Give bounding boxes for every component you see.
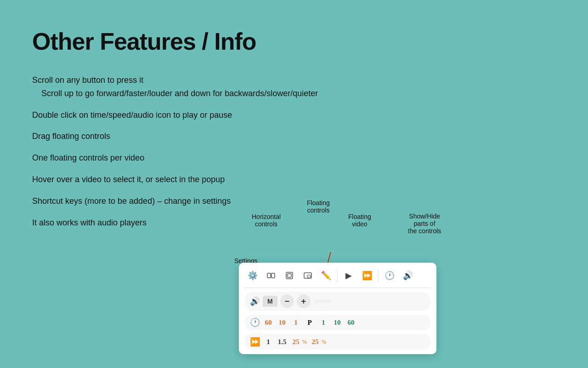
para-hover: Hover over a video to select it, or sele…	[32, 173, 556, 186]
svg-rect-10	[307, 275, 311, 277]
time-val-6: 10	[332, 319, 343, 327]
time-val-7: 60	[345, 319, 356, 327]
time-row-icon: 🕐	[250, 317, 260, 328]
percent-badge-2: %	[322, 339, 326, 345]
speed-val-4: 25	[310, 338, 321, 346]
label-horizontal-controls: Horizontalcontrols	[252, 213, 281, 228]
svg-rect-8	[288, 274, 291, 277]
para-double-click: Double click on time/speed/audio icon to…	[32, 109, 556, 122]
label-show-hide: Show/Hideparts ofthe controls	[408, 213, 441, 235]
time-val-5: 1	[318, 319, 329, 327]
time-val-p: P	[304, 319, 315, 327]
page-title: Other Features / Info	[0, 0, 588, 69]
svg-rect-5	[267, 273, 271, 278]
speed-val-2: 1.5	[277, 338, 288, 346]
time-val-3: 1	[290, 319, 301, 327]
para-audio: It also works with audio players	[32, 216, 556, 230]
floating-video-icon-btn[interactable]	[300, 267, 316, 284]
play-icon-btn[interactable]: ▶	[340, 267, 357, 284]
svg-rect-6	[271, 273, 275, 278]
icon-divider-2	[378, 269, 379, 282]
svg-rect-7	[286, 272, 293, 279]
percent-badge-1: %	[302, 339, 307, 345]
content-area: Scroll on any button to press it Scroll …	[0, 69, 588, 242]
icon-row: ⚙️ ✏️ ▶ ⏩ 🕐 🔊	[244, 267, 431, 288]
speed-val-1: 1	[263, 338, 274, 346]
widget-panel: ⚙️ ✏️ ▶ ⏩ 🕐 🔊 🔊 M − + �	[239, 263, 436, 354]
forward-icon-btn[interactable]: ⏩	[359, 267, 375, 284]
volume-increase-button[interactable]: +	[297, 294, 311, 308]
label-floating-video: Floatingvideo	[348, 213, 371, 228]
volume-icon-btn[interactable]: 🔊	[400, 267, 416, 284]
para-shortcut: Shortcut keys (more to be added) – chang…	[32, 195, 556, 208]
para-drag: Drag floating controls	[32, 130, 556, 143]
volume-value	[313, 299, 332, 303]
icon-divider-1	[337, 269, 338, 282]
time-val-1: 60	[263, 319, 274, 327]
time-val-2: 10	[277, 319, 288, 327]
label-floating-controls: Floatingcontrols	[307, 199, 330, 214]
mute-button[interactable]: M	[263, 296, 277, 307]
volume-row-icon: 🔊	[250, 296, 260, 306]
time-row: 🕐 60 10 1 P 1 10 60	[244, 315, 431, 330]
speed-row-icon: ⏩	[250, 337, 260, 347]
speed-val-3: 25	[290, 338, 301, 346]
para-one-floating: One floating controls per video	[32, 151, 556, 165]
settings-icon-btn[interactable]: ⚙️	[244, 267, 261, 284]
edit-icon-btn[interactable]: ✏️	[318, 267, 334, 284]
time-icon-btn[interactable]: 🕐	[381, 267, 398, 284]
horizontal-controls-icon-btn[interactable]	[263, 267, 279, 284]
speed-row: ⏩ 1 1.5 25 % 25 %	[244, 334, 431, 350]
para-scroll: Scroll on any button to press it Scroll …	[32, 74, 556, 100]
floating-controls-icon-btn[interactable]	[281, 267, 298, 284]
volume-row: 🔊 M − +	[244, 292, 431, 311]
volume-decrease-button[interactable]: −	[280, 294, 294, 308]
